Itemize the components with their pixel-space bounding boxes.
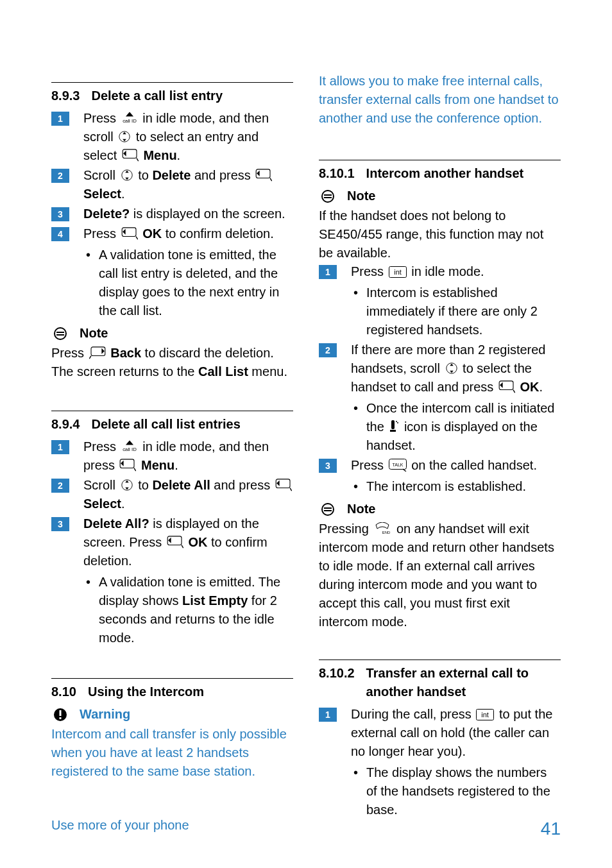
note-icon xyxy=(320,189,336,204)
step-item: 2 If there are more than 2 registered ha… xyxy=(319,341,561,455)
softkey-left-icon xyxy=(275,479,292,491)
heading-title: Delete all call list entries xyxy=(91,415,293,434)
call-id-up-icon xyxy=(121,440,138,453)
step-number-1-icon: 1 xyxy=(51,112,69,126)
bullet-item: A validation tone is emitted, the call l… xyxy=(83,246,293,320)
heading-8-10: 8.10 Using the Intercom xyxy=(51,683,293,701)
softkey-right-icon xyxy=(89,346,106,359)
note-text: Press Back to discard the deletion. The … xyxy=(51,344,293,381)
note-text: If the handset does not belong to SE450/… xyxy=(319,207,561,262)
step-item: 3 Delete All? is displayed on the screen… xyxy=(51,515,293,647)
warning-label: Warning xyxy=(80,705,130,724)
note-label: Note xyxy=(347,500,375,518)
heading-8-10-2: 8.10.2 Transfer an external call to anot… xyxy=(319,664,561,701)
step-item: 3 Delete? is displayed on the screen. xyxy=(51,205,293,223)
step-item: 3 Press on the called handset. The inter… xyxy=(319,456,561,496)
step-text: Delete? is displayed on the screen. xyxy=(83,207,285,221)
heading-number: 8.10 xyxy=(51,683,76,701)
step-text: Scroll to Delete All and press Select. xyxy=(83,478,293,511)
call-id-up-icon xyxy=(121,112,138,124)
softkey-left-icon xyxy=(119,459,136,472)
step-text: If there are more than 2 registered hand… xyxy=(351,343,546,394)
heading-number: 8.9.3 xyxy=(51,87,80,105)
step-text: Press in idle mode. xyxy=(351,264,484,278)
step-text: Scroll to Delete and press Select. xyxy=(83,168,273,201)
softkey-left-icon xyxy=(122,149,139,162)
step-number-2-icon: 2 xyxy=(319,343,337,357)
intro-text: It allows you to make free internal call… xyxy=(319,72,561,128)
softkey-left-icon xyxy=(121,227,138,240)
softkey-left-icon xyxy=(255,169,272,182)
page-number: 41 xyxy=(541,816,561,842)
bullet-item: The intercom is established. xyxy=(351,477,561,496)
step-item: 1 Press in idle mode, and then press Men… xyxy=(51,438,293,475)
step-number-3-icon: 3 xyxy=(51,207,69,221)
step-text: Press on the called handset. xyxy=(351,458,537,472)
step-item: 1 During the call, press to put the exte… xyxy=(319,705,561,819)
note-label: Note xyxy=(80,324,108,343)
step-item: 2 Scroll to Delete and press Select. xyxy=(51,166,293,203)
softkey-left-icon xyxy=(498,380,515,393)
step-number-1-icon: 1 xyxy=(319,708,337,722)
warning-text: Intercom and call transfer is only possi… xyxy=(51,725,293,781)
step-number-2-icon: 2 xyxy=(51,169,69,183)
heading-title: Delete a call list entry xyxy=(91,87,293,105)
step-number-3-icon: 3 xyxy=(51,517,69,531)
step-text: Press in idle mode, and then scroll to s… xyxy=(83,111,269,162)
warning-icon xyxy=(53,707,68,722)
heading-8-10-1: 8.10.1 Intercom another handset xyxy=(319,164,561,183)
int-key-icon xyxy=(389,266,407,278)
end-key-icon xyxy=(373,522,391,535)
step-text: Press OK to confirm deletion. xyxy=(83,226,274,241)
heading-number: 8.10.1 xyxy=(319,164,355,183)
joystick-icon xyxy=(121,169,133,182)
footer-label: Use more of your phone xyxy=(51,816,189,842)
heading-8-9-3: 8.9.3 Delete a call list entry xyxy=(51,87,293,105)
step-text: During the call, press to put the extern… xyxy=(351,707,552,758)
joystick-icon xyxy=(118,130,131,143)
note-icon xyxy=(53,326,68,341)
heading-8-9-4: 8.9.4 Delete all call list entries xyxy=(51,415,293,434)
note-text: Pressing on any handset will exit interc… xyxy=(319,520,561,631)
step-item: 1 Press in idle mode. Intercom is establ… xyxy=(319,262,561,339)
heading-title: Intercom another handset xyxy=(366,164,561,183)
joystick-icon xyxy=(121,479,133,491)
step-number-1-icon: 1 xyxy=(51,440,69,454)
intercom-icon xyxy=(389,419,399,433)
step-number-2-icon: 2 xyxy=(51,479,69,493)
softkey-left-icon xyxy=(167,536,183,549)
step-item: 2 Scroll to Delete All and press Select. xyxy=(51,476,293,513)
talk-key-icon xyxy=(389,459,407,472)
joystick-icon xyxy=(445,362,458,375)
step-text: Delete All? is displayed on the screen. … xyxy=(83,516,268,568)
step-number-4-icon: 4 xyxy=(51,227,69,241)
step-item: 4 Press OK to confirm deletion. A valida… xyxy=(51,225,293,320)
heading-title: Using the Intercom xyxy=(88,683,293,701)
note-icon xyxy=(320,502,336,517)
bullet-item: Once the intercom call is initiated the … xyxy=(351,399,561,455)
bullet-item: Intercom is established immediately if t… xyxy=(351,284,561,339)
note-label: Note xyxy=(347,187,375,205)
bullet-item: The display shows the numbers of the han… xyxy=(351,763,561,819)
step-number-3-icon: 3 xyxy=(319,459,337,473)
heading-title: Transfer an external call to another han… xyxy=(366,664,561,701)
page-footer: Use more of your phone 41 xyxy=(51,816,561,842)
step-number-1-icon: 1 xyxy=(319,265,337,279)
heading-number: 8.9.4 xyxy=(51,415,80,434)
bullet-item: A validation tone is emitted. The displa… xyxy=(83,573,293,647)
int-key-icon xyxy=(476,709,494,720)
step-text: Press in idle mode, and then press Menu. xyxy=(83,439,269,472)
heading-number: 8.10.2 xyxy=(319,664,355,701)
step-item: 1 Press in idle mode, and then scroll to… xyxy=(51,109,293,165)
